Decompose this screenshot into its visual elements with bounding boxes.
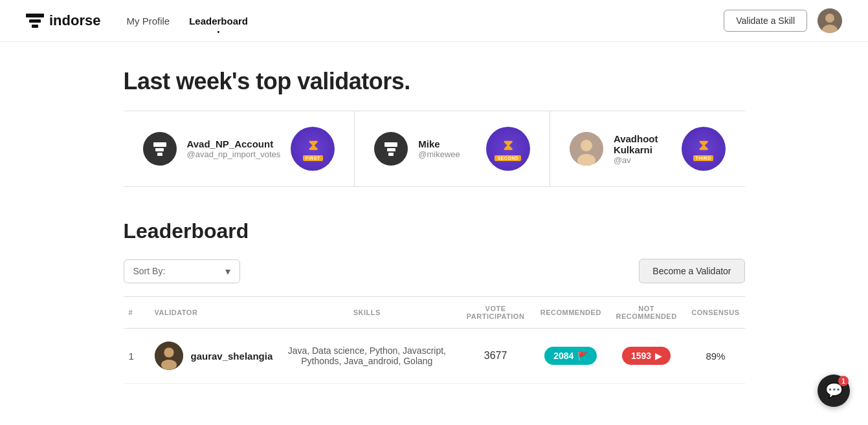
validator-2-handle: @mikewee xyxy=(418,149,476,159)
validator-3-info: Avadhoot Kulkarni @av xyxy=(614,133,671,165)
col-rank: # xyxy=(124,297,150,329)
nav-leaderboard[interactable]: Leaderboard xyxy=(189,16,248,27)
leaderboard-title: Leaderboard xyxy=(124,219,745,243)
row-username: gaurav_shelangia xyxy=(191,351,273,362)
logo[interactable]: indorse xyxy=(26,12,100,29)
validate-skill-button[interactable]: Validate a Skill xyxy=(724,10,807,32)
col-validator: VALIDATOR xyxy=(150,297,278,329)
validator-1-name: Avad_NP_Account xyxy=(187,138,281,149)
row-validator: gaurav_shelangia xyxy=(150,329,278,384)
svg-point-4 xyxy=(581,140,592,151)
top-validators-title: Last week's top validators. xyxy=(124,68,745,95)
top-validators-container: Avad_NP_Account @avad_np_import_votes ⧗ … xyxy=(124,111,745,187)
validator-1-info: Avad_NP_Account @avad_np_import_votes xyxy=(187,138,281,159)
svg-point-1 xyxy=(825,14,834,23)
row-consensus: 89% xyxy=(686,329,744,384)
logo-text: indorse xyxy=(49,12,100,29)
validator-2-name: Mike xyxy=(418,138,476,149)
validator-card-3[interactable]: Avadhoot Kulkarni @av ⧗ THIRD xyxy=(550,111,745,186)
leaderboard-table: # VALIDATOR SKILLS VOTE PARTICIPATION RE… xyxy=(124,296,745,384)
validator-2-avatar xyxy=(374,132,408,166)
validator-card-1[interactable]: Avad_NP_Account @avad_np_import_votes ⧗ … xyxy=(124,111,355,186)
thumbs-down-icon: ▶ xyxy=(655,351,662,361)
validator-1-avatar xyxy=(143,132,177,166)
col-vote-participation: VOTE PARTICIPATION xyxy=(456,297,535,329)
row-rank: 1 xyxy=(124,329,150,384)
logo-icon xyxy=(26,14,44,28)
validator-3-handle: @av xyxy=(614,155,671,165)
validator-1-badge: ⧗ FIRST xyxy=(291,127,335,171)
table-header-row: # VALIDATOR SKILLS VOTE PARTICIPATION RE… xyxy=(124,297,745,329)
validator-card-2[interactable]: Mike @mikewee ⧗ SECOND xyxy=(355,111,550,186)
col-not-recommended: NOT RECOMMENDED xyxy=(606,297,686,329)
validator-1-handle: @avad_np_import_votes xyxy=(187,149,281,159)
validator-2-badge: ⧗ SECOND xyxy=(486,127,530,171)
leaderboard-controls: Sort By: ▾ Become a Validator xyxy=(124,259,745,283)
row-vote-participation: 3677 xyxy=(456,329,535,384)
navbar: indorse My Profile Leaderboard Validate … xyxy=(0,0,868,42)
sort-by-dropdown[interactable]: Sort By: ▾ xyxy=(124,259,240,283)
validator-3-badge: ⧗ THIRD xyxy=(682,127,726,171)
col-skills: SKILLS xyxy=(278,297,456,329)
chat-widget[interactable]: 💬 1 xyxy=(818,375,850,407)
table-row: 1 gaurav_shelangia xyxy=(124,329,745,384)
thumbs-up-icon: 🚩 xyxy=(577,351,588,361)
main-content: Last week's top validators. Avad_NP_Acco… xyxy=(111,42,758,409)
user-avatar[interactable] xyxy=(818,8,842,33)
col-recommended: RECOMMENDED xyxy=(535,297,606,329)
validator-2-info: Mike @mikewee xyxy=(418,138,476,159)
validator-3-avatar xyxy=(570,132,603,166)
not-recommended-badge: 1593 ▶ xyxy=(622,347,671,365)
svg-point-8 xyxy=(161,360,177,370)
recommended-badge: 2084 🚩 xyxy=(544,347,597,365)
row-skills: Java, Data science, Python, Javascript, … xyxy=(278,329,456,384)
chevron-down-icon: ▾ xyxy=(225,265,230,278)
nav-right: Validate a Skill xyxy=(724,8,842,33)
chat-badge-count: 1 xyxy=(838,376,849,386)
sort-by-label: Sort By: xyxy=(133,266,166,276)
row-user-avatar xyxy=(155,342,183,370)
validator-3-name: Avadhoot Kulkarni xyxy=(614,133,671,155)
nav-my-profile[interactable]: My Profile xyxy=(126,16,170,27)
col-consensus: CONSENSUS xyxy=(686,297,744,329)
become-validator-button[interactable]: Become a Validator xyxy=(639,259,744,283)
row-not-recommended: 1593 ▶ xyxy=(606,329,686,384)
row-recommended: 2084 🚩 xyxy=(535,329,606,384)
nav-links: My Profile Leaderboard xyxy=(126,16,724,27)
